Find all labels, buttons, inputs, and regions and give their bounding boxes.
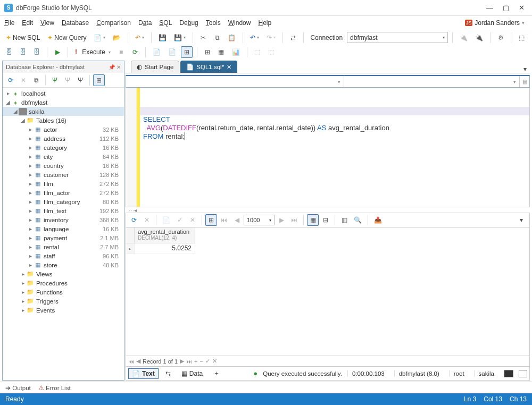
view-mode-button[interactable]: ⊞ xyxy=(93,74,105,86)
grid-view-button[interactable]: ▦ xyxy=(307,214,319,226)
view-data-button[interactable]: ▦ Data xyxy=(178,368,206,379)
disconnect-button[interactable]: 🔌 xyxy=(472,32,486,44)
tool-i[interactable]: ⬚ xyxy=(252,46,263,58)
save-all-button[interactable]: 💾 xyxy=(171,32,188,44)
nav-last[interactable]: ⏭ xyxy=(186,358,192,365)
refresh-button[interactable]: ⟳ xyxy=(129,46,141,58)
close-button[interactable]: ✕ xyxy=(519,4,525,12)
run-button[interactable]: ▶ xyxy=(52,46,63,58)
maximize-button[interactable]: ▢ xyxy=(503,4,509,12)
next-page-button[interactable]: ▶ xyxy=(276,214,287,226)
sql-editor[interactable]: SELECT AVG(DATEDIFF(rental.return_date, … xyxy=(126,88,530,207)
user-account[interactable]: JS Jordan Sanders ▾ xyxy=(465,19,525,27)
table-node-rental[interactable]: ▸▦rental2.7 MB xyxy=(3,242,124,251)
pivot-button[interactable]: ▥ xyxy=(338,214,350,226)
error-list-button[interactable]: ⚠ Error List xyxy=(38,384,71,392)
cancel-exec-button[interactable]: ✕ xyxy=(141,214,153,226)
table-node-film_category[interactable]: ▸▦film_category80 KB xyxy=(3,197,124,206)
last-page-button[interactable]: ⏭ xyxy=(288,214,300,226)
delete-node-button[interactable]: ✕ xyxy=(18,74,29,86)
cell-value[interactable]: 5.0252 xyxy=(135,243,195,254)
nav-prev[interactable]: ◀ xyxy=(136,358,140,365)
footer-toggle-1[interactable] xyxy=(504,370,513,377)
menu-window[interactable]: Window xyxy=(228,19,251,27)
sync-icon[interactable]: ⇄ xyxy=(287,32,299,44)
refresh-tree-button[interactable]: ⟳ xyxy=(5,74,16,86)
commit-button[interactable]: 📄 xyxy=(160,214,173,226)
db-button-1[interactable]: 🗄 xyxy=(3,46,15,58)
results-grid[interactable]: avg_rental_durationDECIMAL(12, 4) ▸ 5.02… xyxy=(126,227,530,356)
nav-del[interactable]: − xyxy=(200,358,203,365)
tabs-more-button[interactable]: ▾ xyxy=(520,65,530,73)
table-node-country[interactable]: ▸▦country16 KB xyxy=(3,161,124,170)
menu-view[interactable]: View xyxy=(40,19,54,27)
recent-dropdown[interactable]: ↶ xyxy=(132,32,147,44)
save-button[interactable]: 💾 xyxy=(156,32,169,44)
table-node-store[interactable]: ▸▦store48 KB xyxy=(3,260,124,269)
nav-ok[interactable]: ✓ xyxy=(205,358,210,365)
collapse-icon[interactable]: ▤ xyxy=(520,76,529,87)
prev-page-button[interactable]: ◀ xyxy=(231,214,243,226)
menu-database[interactable]: Database xyxy=(62,19,89,27)
view-text-button[interactable]: 📄 Text xyxy=(128,368,159,379)
card-view-button[interactable]: ⊟ xyxy=(320,214,331,226)
folder-node-triggers[interactable]: ▸📁Triggers xyxy=(3,297,124,306)
table-node-language[interactable]: ▸▦language16 KB xyxy=(3,224,124,233)
new-sql-button[interactable]: ✦New SQL xyxy=(3,32,43,44)
menu-tools[interactable]: Tools xyxy=(206,19,221,27)
new-dropdown[interactable]: 📄 xyxy=(91,32,108,44)
menu-comparison[interactable]: Comparison xyxy=(96,19,131,27)
apply-button[interactable]: ✓ xyxy=(174,214,186,226)
filter-1-button[interactable]: Ψ xyxy=(49,74,61,86)
table-node-film_text[interactable]: ▸▦film_text192 KB xyxy=(3,206,124,215)
copy-node-button[interactable]: ⧉ xyxy=(30,74,42,86)
new-query-button[interactable]: ✦New Query xyxy=(45,32,89,44)
stop-button[interactable]: ■ xyxy=(115,46,127,58)
tool-button-a[interactable]: ⚙ xyxy=(495,32,506,44)
nav-next[interactable]: ▶ xyxy=(180,358,184,365)
tool-f[interactable]: ⊞ xyxy=(202,46,213,58)
tab-start-page[interactable]: ◐Start Page xyxy=(131,61,179,73)
pin-icon[interactable]: 📌 ✕ xyxy=(109,64,121,70)
nav-add[interactable]: + xyxy=(194,358,197,365)
folder-node-views[interactable]: ▸📁Views xyxy=(3,269,124,279)
results-more-button[interactable]: ▾ xyxy=(516,214,527,226)
menu-data[interactable]: Data xyxy=(138,19,152,27)
tab-close-icon[interactable]: ✕ xyxy=(227,64,231,71)
table-node-inventory[interactable]: ▸▦inventory368 KB xyxy=(3,215,124,224)
first-page-button[interactable]: ⏮ xyxy=(218,214,230,226)
db-button-3[interactable]: 🗄 xyxy=(31,46,43,58)
filter-2-button[interactable]: Ψ xyxy=(62,74,73,86)
menu-sql[interactable]: SQL xyxy=(159,19,172,27)
tool-button-b[interactable]: ⬚ xyxy=(516,32,527,44)
export-button[interactable]: 📤 xyxy=(371,214,385,226)
output-panel-button[interactable]: ➔ Output xyxy=(5,384,31,392)
copy-button[interactable]: ⧉ xyxy=(211,32,223,44)
column-header[interactable]: avg_rental_duration xyxy=(138,229,192,235)
add-view-button[interactable]: ＋ xyxy=(210,368,223,379)
breadcrumb-1[interactable] xyxy=(126,76,344,87)
minimize-button[interactable]: — xyxy=(486,4,493,12)
menu-help[interactable]: Help xyxy=(258,19,271,27)
menu-edit[interactable]: Edit xyxy=(22,19,33,27)
redo-button[interactable]: ↷ xyxy=(264,32,278,44)
undo-button[interactable]: ↶ xyxy=(247,32,262,44)
table-node-film[interactable]: ▸▦film272 KB xyxy=(3,179,124,188)
folder-node-functions[interactable]: ▸📁Functions xyxy=(3,288,124,297)
paste-button[interactable]: 📋 xyxy=(225,32,238,44)
nav-cancel[interactable]: ✕ xyxy=(212,358,217,365)
table-node-payment[interactable]: ▸▦payment2.1 MB xyxy=(3,233,124,242)
db-button-2[interactable]: 🗄 xyxy=(17,46,29,58)
menu-file[interactable]: File xyxy=(4,19,14,27)
footer-toggle-2[interactable] xyxy=(519,370,527,377)
open-button[interactable]: 📂 xyxy=(110,32,123,44)
filter-3-button[interactable]: Ψ xyxy=(74,74,86,86)
view-swap-button[interactable]: ⇆ xyxy=(162,368,174,379)
splitter[interactable]: ⋯◂ xyxy=(126,207,530,213)
reexecute-button[interactable]: ⟳ xyxy=(128,214,140,226)
table-node-staff[interactable]: ▸▦staff96 KB xyxy=(3,251,124,260)
tab-sql1[interactable]: 📄SQL1.sql*✕ xyxy=(180,61,237,73)
grid-auto-button[interactable]: ⊞ xyxy=(205,214,217,226)
page-size-combo[interactable]: 1000 xyxy=(244,215,275,225)
execute-button[interactable]: ! Execute▾ xyxy=(72,46,113,58)
